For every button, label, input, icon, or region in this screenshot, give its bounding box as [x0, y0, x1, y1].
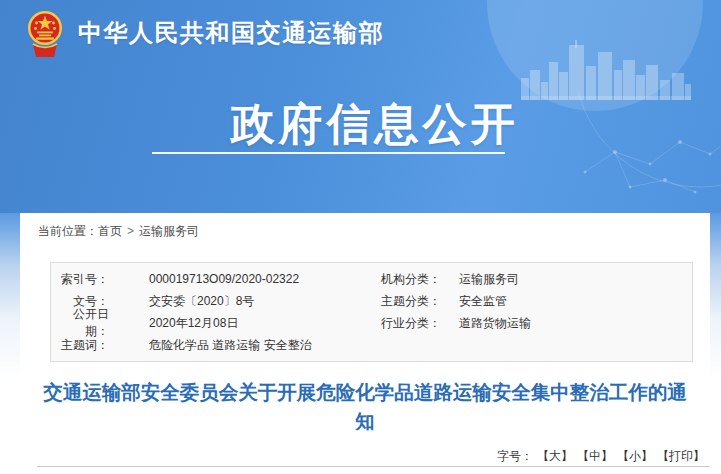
title-underline	[152, 152, 505, 154]
meta-value-org: 运输服务司	[441, 271, 692, 288]
breadcrumb-separator: >	[127, 224, 134, 238]
meta-label-index: 索引号：	[51, 271, 109, 288]
breadcrumb: 当前位置：首页>运输服务司	[20, 213, 710, 240]
meta-label-topic: 主题分类：	[359, 293, 441, 310]
table-row: 主题词： 危险化学品 道路运输 安全整治	[51, 334, 692, 356]
fontsize-label: 字号：	[497, 449, 533, 463]
content-divider	[37, 466, 710, 467]
site-header: 中华人民共和国交通运输部	[27, 8, 384, 57]
document-title: 交通运输部安全委员会关于开展危险化学品道路运输安全集中整治工作的通知	[20, 378, 710, 436]
meta-value-industry: 道路货物运输	[441, 315, 692, 332]
meta-value-docno: 交安委〔2020〕8号	[109, 293, 359, 310]
meta-value-keywords: 危险化学品 道路运输 安全整治	[109, 337, 359, 354]
meta-label-date: 公开日期：	[51, 306, 109, 340]
table-row: 索引号： 000019713O09/2020-02322 机构分类： 运输服务司	[51, 268, 692, 290]
page-title: 政府信息公开	[0, 95, 721, 154]
top-banner: 中华人民共和国交通运输部 政府信息公开	[0, 0, 721, 213]
table-row: 文号： 交安委〔2020〕8号 主题分类： 安全监管	[51, 290, 692, 312]
table-row: 公开日期： 2020年12月08日 行业分类： 道路货物运输	[51, 312, 692, 334]
breadcrumb-section-link[interactable]: 运输服务司	[139, 224, 199, 238]
city-skyline-icon	[521, 40, 691, 100]
breadcrumb-home-link[interactable]: 首页	[98, 224, 122, 238]
fontsize-large-button[interactable]: 【大】	[537, 449, 573, 463]
meta-value-index: 000019713O09/2020-02322	[109, 272, 359, 286]
meta-value-date: 2020年12月08日	[109, 315, 359, 332]
content-card: 当前位置：首页>运输服务司 索引号： 000019713O09/2020-023…	[20, 213, 710, 474]
site-title: 中华人民共和国交通运输部	[78, 17, 384, 49]
document-meta-table: 索引号： 000019713O09/2020-02322 机构分类： 运输服务司…	[50, 262, 693, 362]
national-emblem-icon	[27, 8, 63, 57]
breadcrumb-label: 当前位置：	[38, 224, 98, 238]
fontsize-medium-button[interactable]: 【中】	[577, 449, 613, 463]
meta-value-topic: 安全监管	[441, 293, 692, 310]
fontsize-toolbar: 字号：【大】【中】【小】【打印】	[497, 448, 705, 465]
meta-label-org: 机构分类：	[359, 271, 441, 288]
meta-label-industry: 行业分类：	[359, 315, 441, 332]
fontsize-small-button[interactable]: 【小】	[617, 449, 653, 463]
print-button[interactable]: 【打印】	[657, 449, 705, 463]
meta-label-keywords: 主题词：	[51, 337, 109, 354]
